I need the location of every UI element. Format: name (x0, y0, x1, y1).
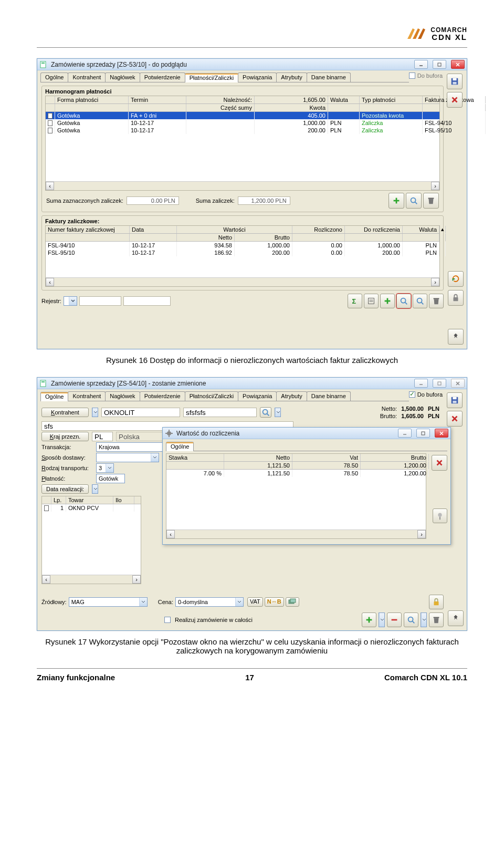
sum-button[interactable]: Σ (348, 294, 362, 308)
close-button[interactable] (435, 429, 448, 438)
rodzaj-combo[interactable]: 3 (97, 465, 106, 471)
col-rozliczono[interactable]: Rozliczono (292, 226, 345, 233)
kontrahent-dd2[interactable] (275, 408, 280, 417)
maximize-button[interactable] (416, 429, 430, 438)
tab-naglowek[interactable]: Nagłówek (105, 391, 140, 401)
tab-platnosci[interactable]: Płatności/Zaliczki (185, 73, 238, 82)
pin-button[interactable] (448, 329, 464, 345)
tab-ogolne[interactable]: Ogólne (40, 72, 68, 82)
col-towar[interactable]: Towar (66, 496, 113, 504)
lock-button[interactable] (448, 290, 464, 306)
rejestr-field2[interactable] (123, 296, 171, 306)
schedule-row[interactable]: Gotówka 10-12-17 200.00 PLN Zaliczka FSL… (46, 127, 439, 134)
scroll-up-icon[interactable]: ▴ (439, 226, 446, 233)
add-button[interactable] (388, 193, 404, 209)
col-forma[interactable]: Forma płatności (55, 96, 129, 103)
h-scrollbar[interactable]: ‹› (166, 529, 426, 538)
search-icon[interactable] (260, 407, 271, 418)
item-row[interactable]: 1 OKNO PCV (42, 504, 141, 512)
tab-ogolne[interactable]: Ogólne (40, 392, 68, 401)
netto-brutto-button[interactable]: N↔B (265, 597, 284, 607)
tab-powiazania[interactable]: Powiązania (238, 72, 277, 82)
search-button[interactable] (413, 294, 427, 308)
col-numer[interactable]: Numer faktury zaliczkowej (46, 226, 130, 233)
tab-kontrahent[interactable]: Kontrahent (68, 72, 106, 82)
add-button[interactable] (362, 612, 376, 627)
layers-button[interactable] (286, 597, 299, 607)
cancel-button[interactable] (447, 411, 463, 427)
tab-dane-binarne[interactable]: Dane binarne (307, 72, 351, 82)
col-stawka[interactable]: Stawka (166, 454, 224, 461)
tab-platnosci[interactable]: Płatności/Zaliczki (185, 391, 238, 401)
refresh-button[interactable] (448, 271, 464, 287)
pin-button[interactable] (448, 610, 464, 626)
close-button[interactable] (451, 60, 465, 69)
kraj-button[interactable]: Kraj przezn. (41, 432, 89, 441)
col-vat[interactable]: Vat (292, 454, 361, 461)
vat-button[interactable]: VAT (247, 597, 263, 607)
platnosc-combo[interactable]: Gotówk (97, 475, 124, 482)
col-data[interactable]: Data (130, 226, 177, 233)
save-button[interactable] (447, 392, 463, 408)
bufor-label: Do bufora (417, 391, 443, 398)
tab-potwierdzenie[interactable]: Potwierdzenie (140, 391, 185, 401)
tab-kontrahent[interactable]: Kontrahent (68, 391, 106, 401)
kontrahent-dd[interactable] (92, 408, 98, 417)
minimize-button[interactable] (414, 379, 428, 388)
remove-button[interactable] (387, 612, 402, 627)
stawka-row[interactable]: 7.00 % 1,121.50 78.50 1,200.00 (166, 470, 426, 477)
maximize-button[interactable] (433, 60, 446, 69)
col-ilosc[interactable]: Ilo (113, 496, 134, 504)
delete-button[interactable] (429, 294, 444, 308)
kontrahent-button[interactable]: Kontrahent (41, 408, 89, 417)
col-lp[interactable]: Lp. (51, 496, 66, 504)
tab-naglowek[interactable]: Nagłówek (105, 72, 140, 82)
minimize-button[interactable] (414, 60, 428, 69)
popup-cancel-button[interactable] (432, 455, 447, 471)
col-brutto[interactable]: Brutto (361, 454, 429, 461)
rejestr-combobox[interactable] (69, 297, 77, 305)
popup-tab-ogolne[interactable]: Ogólne (166, 442, 194, 451)
realizuj-checkbox[interactable]: Realizuj zamówienie w całości (164, 617, 253, 623)
maximize-button[interactable] (433, 379, 446, 388)
save-button[interactable] (447, 74, 463, 89)
detail-search-button[interactable] (396, 294, 411, 308)
tab-powiazania[interactable]: Powiązania (238, 391, 277, 401)
h-scrollbar[interactable]: ‹› (46, 181, 439, 190)
kontrahent-code[interactable] (101, 408, 180, 417)
tab-atrybuty[interactable]: Atrybuty (276, 391, 307, 401)
tab-atrybuty[interactable]: Atrybuty (276, 72, 307, 82)
col-waluta[interactable]: Waluta (403, 226, 439, 233)
delete-button[interactable] (429, 612, 444, 627)
search-button[interactable] (404, 612, 418, 627)
edit-button[interactable] (364, 294, 379, 308)
col-termin[interactable]: Termin (129, 96, 186, 103)
add-button[interactable] (380, 294, 395, 308)
cena-combo[interactable]: 0-domyślna (176, 599, 235, 605)
data-realizacji-button[interactable]: Data realizacji: (41, 484, 89, 494)
h-scrollbar[interactable]: ‹› (46, 277, 439, 286)
cancel-button[interactable] (447, 92, 463, 108)
lock-button[interactable] (429, 595, 444, 609)
kontrahent-name[interactable] (183, 408, 257, 417)
search-button[interactable] (406, 193, 422, 209)
close-button[interactable] (451, 379, 465, 388)
h-scrollbar[interactable]: ‹› (42, 575, 141, 584)
rejestr-field1[interactable] (79, 296, 121, 306)
zrodlowy-combo[interactable]: MAG (69, 599, 139, 605)
tab-potwierdzenie[interactable]: Potwierdzenie (140, 72, 185, 82)
col-naleznosc[interactable]: Należność: (186, 96, 255, 103)
delete-button[interactable] (423, 193, 439, 209)
tab-dane-binarne[interactable]: Dane binarne (307, 391, 351, 401)
invoice-row[interactable]: FSL-94/10 10-12-17 934.58 1,000.00 0.00 … (46, 242, 439, 249)
invoice-row[interactable]: FSL-95/10 10-12-17 186.92 200.00 0.00 20… (46, 249, 439, 256)
col-dorozliczenia[interactable]: Do rozliczenia (345, 226, 403, 233)
schedule-row[interactable]: Gotówka FA + 0 dni 405.00 Pozostała kwot… (46, 112, 439, 119)
col-waluta[interactable]: Waluta (328, 96, 360, 103)
col-netto[interactable]: Netto (224, 454, 292, 461)
minimize-button[interactable] (398, 429, 412, 438)
col-typ[interactable]: Typ płatności (360, 96, 423, 103)
schedule-row[interactable]: Gotówka 10-12-17 1,000.00 PLN Zaliczka F… (46, 119, 439, 127)
col-wartosci[interactable]: Wartości (177, 226, 292, 233)
popup-pin-button[interactable] (433, 508, 447, 523)
